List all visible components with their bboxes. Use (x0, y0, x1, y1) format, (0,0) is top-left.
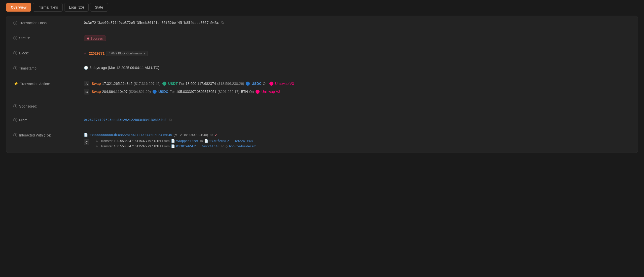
swap-a-usd1: ($17,316,207.45) (134, 82, 161, 86)
block-label: ? Block: (13, 51, 84, 55)
contract-doc-icon: 📄 (84, 133, 88, 137)
transfer-2-from-kw: From (162, 144, 169, 148)
hash-label: ? Transaction Hash: (13, 20, 84, 25)
help-icon-sponsored[interactable]: ? (13, 104, 17, 108)
usdc-icon-a (246, 82, 250, 86)
action-row-b: B Swap 204,864.110407 ($204,821.29) USDC… (84, 89, 280, 94)
uniswap-icon-b (256, 90, 260, 94)
status-badge: Success (84, 36, 106, 41)
transfer-2-label: Transfer (100, 144, 113, 148)
swap-a-keyword: Swap (92, 82, 101, 86)
transfer-2-amount: 100.558534716115377797 (114, 144, 153, 148)
help-icon-from[interactable]: ? (13, 118, 17, 122)
tabs-bar: Overview Internal Txns Logs (26) State (0, 0, 644, 12)
row-block: ? Block: ✓ 22029771 47072 Block Confirma… (6, 46, 638, 61)
transfer-1-from-addr[interactable]: Wrapped Ether (176, 139, 198, 143)
transfer-1-to-addr[interactable]: 0x3Bfe65F2...692241c48 (209, 139, 253, 143)
transfer-1-from-doc: 📄 (171, 139, 175, 143)
uniswap-b: Uniswap V3 (261, 90, 280, 94)
for-a: For (179, 82, 184, 86)
swap-a-amount1: 17,321,265.264345 (102, 82, 133, 86)
help-icon-status[interactable]: ? (13, 36, 17, 40)
status-text: Success (90, 37, 103, 40)
row-action: ⚡ Transaction Action: A Swap 17,321,265.… (6, 76, 638, 99)
row-timestamp: ? Timestamp: 🕐 6 days ago (Mar-12-2025 0… (6, 61, 638, 76)
row-interacted: ? Interacted With (To): 📄 0x00000000003b… (6, 128, 638, 153)
from-address[interactable]: 0x26CE7c1976C5eec83eA6Ac22D83cB341B08850… (84, 118, 167, 122)
hash-value: 0x3e72f3ad09d87149ce372e5f35eeb8012fed05… (84, 20, 631, 25)
interacted-main-row: 📄 0x00000000003b3cc22aF3AE1EAc0440BcEe41… (84, 133, 218, 137)
tab-overview[interactable]: Overview (6, 3, 31, 12)
letter-b-badge: B (84, 89, 89, 94)
action-label: ⚡ Transaction Action: (13, 81, 84, 86)
transfer-2-to-addr[interactable]: bob-the-builder.eth (229, 144, 256, 148)
success-dot (87, 38, 89, 40)
copy-contract-icon[interactable]: ⧉ (210, 133, 213, 137)
block-value: ✓ 22029771 47072 Block Confirmations (84, 51, 631, 56)
transfer-arrow-1: ↳ (95, 139, 98, 143)
swap-b-keyword: Swap (92, 90, 101, 94)
interacted-c-section: C ↳ Transfer 100.558534716115377797 ETH … (84, 139, 256, 148)
help-icon-interacted[interactable]: ? (13, 133, 17, 137)
from-label-text: From: (19, 118, 28, 122)
letter-c-badge: C (84, 140, 89, 145)
transfer-1-to-doc: 📄 (204, 139, 208, 143)
action-row-a: A Swap 17,321,265.264345 ($17,316,207.45… (84, 81, 294, 86)
row-sponsored: ? Sponsored: (6, 99, 638, 113)
usdc-token-b: USDC (158, 90, 168, 94)
verified-icon: ✓ (214, 133, 218, 137)
interacted-contract[interactable]: 0x00000000003b3cc22aF3AE1EAc0440BcEe416B… (89, 133, 172, 137)
hash-text: 0x3e72f3ad09d87149ce372e5f35eeb8012fed05… (84, 21, 219, 25)
transfer-2-to-code-icon: ◇ (226, 145, 228, 148)
swap-a-amount2: 18,600,117.682374 (186, 82, 216, 86)
transfer-1-to-kw: To (199, 139, 203, 143)
usdc-icon-b (153, 90, 157, 94)
for-b: For (170, 90, 175, 94)
status-label-text: Status: (19, 36, 30, 40)
usdt-icon-a (162, 82, 166, 86)
usdc-token-a: USDC (252, 82, 262, 86)
transfer-row-1: ↳ Transfer 100.558534716115377797 ETH Fr… (92, 139, 256, 143)
row-status: ? Status: Success (6, 31, 638, 46)
hash-label-text: Transaction Hash: (19, 21, 48, 25)
swap-b-amount1: 204,864.110407 (102, 90, 128, 94)
transfer-2-from-doc: 📄 (171, 144, 175, 148)
copy-from-icon[interactable]: ⧉ (169, 118, 172, 122)
help-icon-timestamp[interactable]: ? (13, 66, 17, 70)
swap-b-usd1: ($204,821.29) (129, 90, 151, 94)
sponsored-label-text: Sponsored: (19, 104, 37, 108)
clock-icon: 🕐 (84, 66, 88, 70)
transfer-2-from-addr[interactable]: 0x3Bfe65F2...692241c48 (176, 144, 220, 148)
tab-state[interactable]: State (90, 3, 108, 12)
timestamp-value: 🕐 6 days ago (Mar-12-2025 09:04:11 AM UT… (84, 66, 631, 70)
copy-hash-icon[interactable]: ⧉ (221, 20, 224, 25)
action-value: A Swap 17,321,265.264345 ($17,316,207.45… (84, 81, 631, 94)
transfer-1-amount: 100.558534716115377797 (114, 139, 153, 143)
help-icon-hash[interactable]: ? (13, 21, 17, 25)
mev-label: (MEV Bot: 0x000...B40) (174, 133, 208, 137)
row-hash: ? Transaction Hash: 0x3e72f3ad09d87149ce… (6, 16, 638, 31)
transfer-row-2: ↳ Transfer 100.558534716115377797 ETH Fr… (92, 144, 256, 148)
transfer-1-label: Transfer (100, 139, 113, 143)
transfer-rows: ↳ Transfer 100.558534716115377797 ETH Fr… (92, 139, 256, 148)
interacted-value: 📄 0x00000000003b3cc22aF3AE1EAc0440BcEe41… (84, 133, 631, 148)
timestamp-text: 6 days ago (Mar-12-2025 09:04:11 AM UTC) (90, 66, 159, 70)
on-a: On (263, 82, 268, 86)
transfer-1-token: ETH (154, 139, 161, 143)
help-icon-block[interactable]: ? (13, 51, 17, 55)
timestamp-label: ? Timestamp: (13, 66, 84, 70)
tab-internal-txns[interactable]: Internal Txns (33, 3, 63, 12)
block-number[interactable]: 22029771 (89, 51, 104, 55)
status-value: Success (84, 36, 631, 41)
transfer-arrow-2: ↳ (95, 144, 98, 148)
transfer-1-from-kw: From (162, 139, 169, 143)
transfer-2-token: ETH (154, 144, 161, 148)
lightning-icon: ⚡ (13, 81, 18, 86)
interacted-label-text: Interacted With (To): (19, 133, 51, 137)
transfer-2-to-kw: To (221, 144, 224, 148)
tab-logs[interactable]: Logs (26) (64, 3, 89, 12)
timestamp-label-text: Timestamp: (19, 66, 38, 70)
swap-b-amount2: 105.03339720806373051 (176, 90, 217, 94)
from-label: ? From: (13, 118, 84, 122)
transaction-card: ? Transaction Hash: 0x3e72f3ad09d87149ce… (6, 16, 638, 153)
